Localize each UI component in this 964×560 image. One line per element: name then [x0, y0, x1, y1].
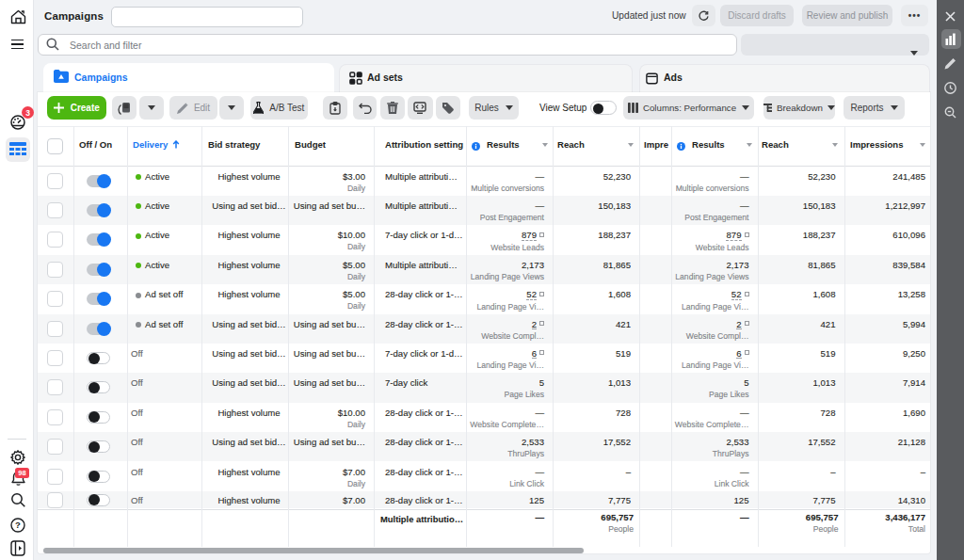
- svg-text:?: ?: [15, 520, 21, 530]
